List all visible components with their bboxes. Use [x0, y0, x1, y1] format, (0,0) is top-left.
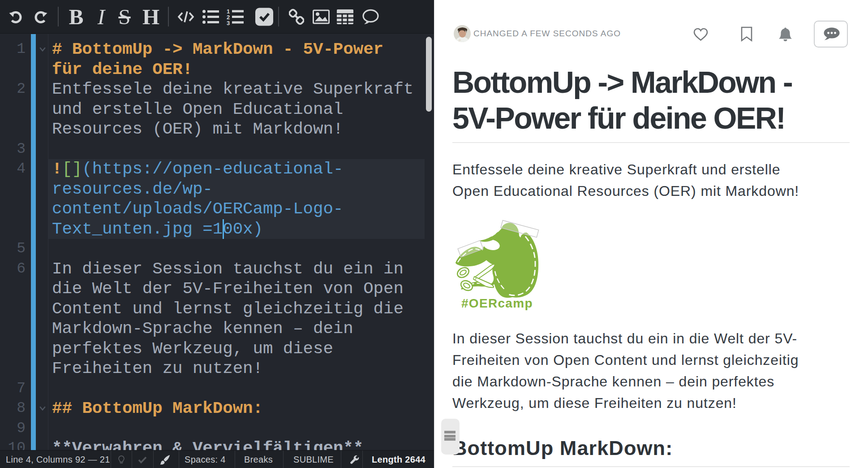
svg-text:3: 3 [227, 20, 230, 26]
